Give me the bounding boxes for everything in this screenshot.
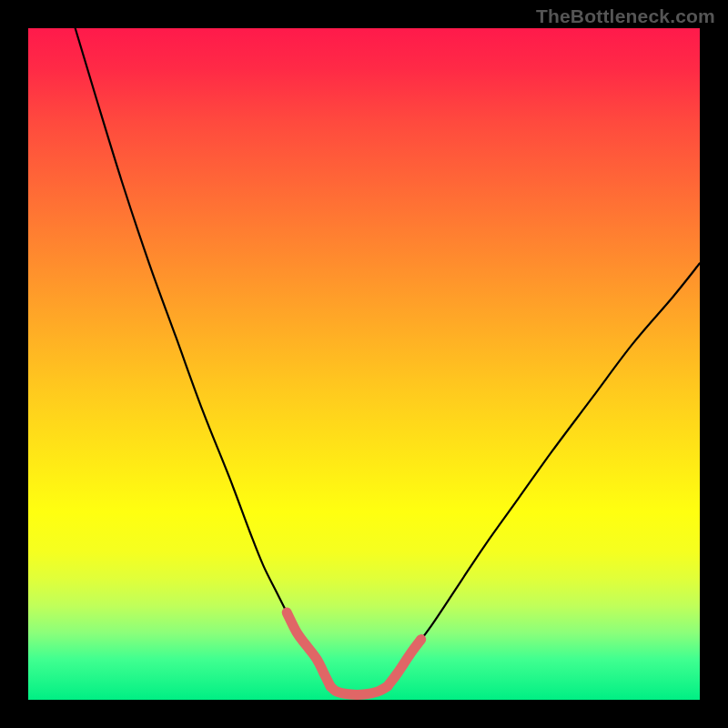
chart-frame: TheBottleneck.com <box>0 0 728 728</box>
bottleneck-curve <box>76 28 700 694</box>
flat-valley-segment <box>330 686 388 694</box>
watermark-text: TheBottleneck.com <box>536 5 715 27</box>
left-threshold-segment <box>287 612 330 686</box>
curve-layer <box>76 28 700 694</box>
curve-svg <box>28 28 700 700</box>
plot-area <box>28 28 700 700</box>
right-threshold-segment <box>388 640 421 687</box>
highlight-layer <box>287 612 421 694</box>
